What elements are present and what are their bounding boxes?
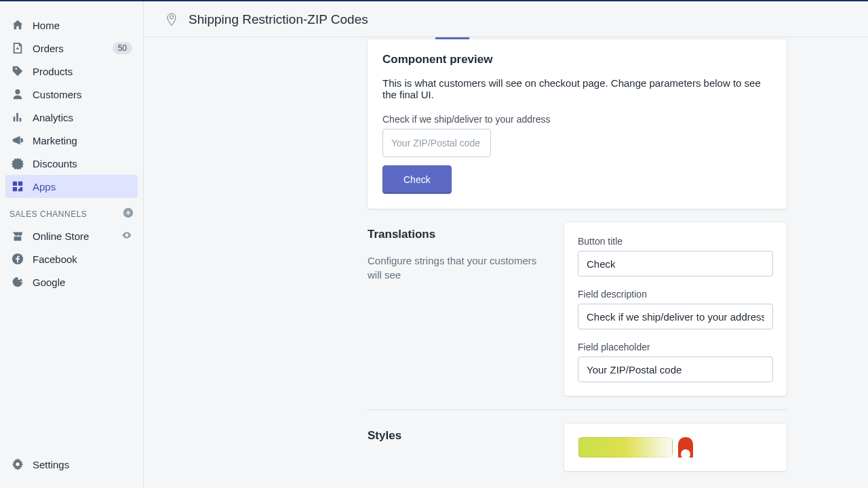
orders-badge: 50 (113, 42, 132, 54)
field-desc-label: Field description (578, 289, 773, 300)
map-pin-icon (164, 12, 179, 27)
person-icon (11, 87, 24, 101)
sidebar-item-analytics[interactable]: Analytics (5, 106, 138, 129)
sidebar-item-discounts[interactable]: Discounts (5, 152, 138, 175)
channel-google[interactable]: Google (5, 270, 138, 293)
sidebar-item-label: Discounts (33, 158, 77, 169)
zip-input[interactable] (382, 129, 491, 157)
channel-label: Facebook (33, 253, 77, 265)
section-label: SALES CHANNELS (9, 209, 87, 219)
sidebar-item-label: Customers (33, 89, 82, 100)
check-button[interactable]: Check (382, 165, 452, 194)
sidebar-item-label: Home (33, 20, 60, 31)
button-title-label: Button title (578, 236, 773, 247)
gear-icon (11, 458, 24, 471)
page-header: Shipping Restriction-ZIP Codes (144, 1, 868, 37)
color-swatch[interactable] (678, 437, 693, 458)
gradient-swatch[interactable] (578, 437, 673, 458)
facebook-icon (11, 252, 24, 266)
field-desc-input[interactable] (578, 304, 773, 329)
sidebar-item-marketing[interactable]: Marketing (5, 129, 138, 152)
store-icon (11, 229, 24, 243)
home-icon (11, 18, 24, 32)
orders-icon (11, 41, 24, 55)
styles-card (564, 424, 787, 471)
apps-icon (11, 180, 24, 193)
sidebar-item-label: Orders (33, 43, 64, 54)
discount-icon (11, 157, 24, 170)
translations-heading: Translations (368, 228, 551, 241)
sidebar: Home Orders 50 Products Customers Analyt… (0, 1, 144, 488)
google-icon (11, 275, 24, 289)
main-content: Shipping Restriction-ZIP Codes Component… (144, 1, 868, 488)
sidebar-item-label: Marketing (33, 135, 77, 146)
eye-icon[interactable] (121, 230, 132, 243)
sidebar-item-apps[interactable]: Apps (5, 175, 138, 198)
sidebar-item-label: Analytics (33, 112, 73, 123)
channel-facebook[interactable]: Facebook (5, 247, 138, 270)
field-placeholder-label: Field placeholder (578, 342, 773, 352)
sidebar-item-orders[interactable]: Orders 50 (5, 37, 138, 60)
preview-description: This is what customers will see on check… (382, 77, 772, 100)
analytics-icon (11, 110, 24, 124)
sidebar-item-settings[interactable]: Settings (5, 453, 138, 476)
translations-subtext: Configure strings that your customers wi… (368, 253, 551, 282)
sidebar-item-label: Settings (33, 459, 69, 470)
content-scroll[interactable]: Component preview This is what customers… (144, 37, 868, 488)
channel-label: Online Store (33, 230, 89, 242)
styles-section: Styles (368, 424, 787, 471)
channel-label: Google (33, 277, 65, 288)
sidebar-item-label: Apps (33, 181, 56, 192)
megaphone-icon (11, 134, 24, 147)
sidebar-item-customers[interactable]: Customers (5, 83, 138, 106)
preview-card: Component preview This is what customers… (368, 39, 787, 209)
sidebar-item-home[interactable]: Home (5, 14, 138, 37)
translations-form: Button title Field description Field pla… (564, 222, 787, 396)
button-title-input[interactable] (578, 251, 773, 277)
section-divider (368, 409, 787, 410)
tag-icon (11, 64, 24, 78)
channel-online-store[interactable]: Online Store (5, 224, 138, 247)
sales-channels-header: SALES CHANNELS (0, 198, 143, 224)
sidebar-item-label: Products (33, 66, 73, 77)
add-channel-icon[interactable] (123, 207, 134, 220)
translations-section: Translations Configure strings that your… (368, 222, 787, 396)
styles-heading: Styles (368, 429, 551, 443)
preview-heading: Component preview (382, 53, 772, 66)
page-title: Shipping Restriction-ZIP Codes (189, 12, 368, 27)
field-placeholder-input[interactable] (578, 357, 773, 382)
sidebar-item-products[interactable]: Products (5, 60, 138, 83)
preview-field-label: Check if we ship/deliver to your address (382, 114, 772, 125)
